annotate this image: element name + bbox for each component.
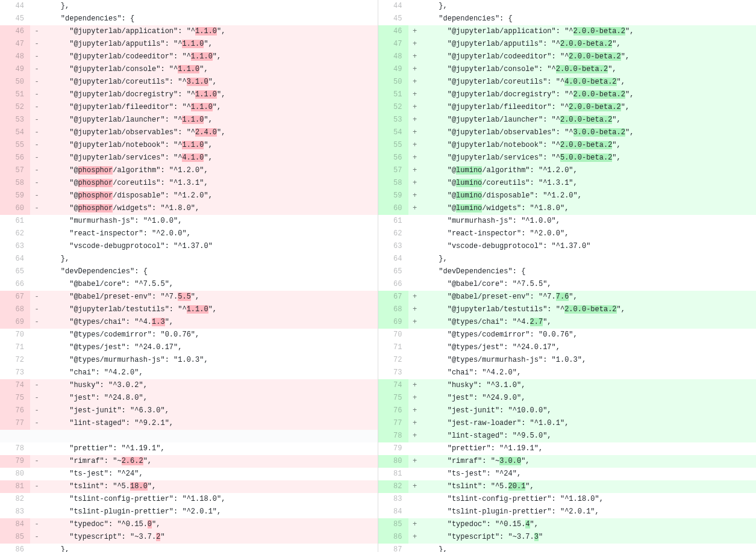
code-content[interactable]: "jest-junit": "^6.3.0", <box>43 405 378 417</box>
diff-line[interactable]: 52- "@jupyterlab/fileeditor": "^1.1.0", <box>0 101 378 114</box>
line-number[interactable]: 78 <box>378 430 408 442</box>
code-content[interactable]: "react-inspector": "^2.0.0", <box>422 228 757 240</box>
code-content[interactable]: "typedoc": "^0.15.0", <box>43 518 378 531</box>
line-number[interactable]: 59 <box>378 190 408 202</box>
line-number[interactable]: 69 <box>378 316 408 329</box>
line-number[interactable]: 82 <box>378 480 408 493</box>
code-content[interactable]: "@jupyterlab/testutils": "^2.0.0-beta.2"… <box>422 303 757 316</box>
line-number[interactable]: 65 <box>378 265 408 278</box>
code-content[interactable]: "dependencies": { <box>43 13 378 25</box>
line-number[interactable]: 54 <box>378 126 408 139</box>
diff-line[interactable]: 45 "dependencies": { <box>378 13 757 25</box>
code-content[interactable]: "@jupyterlab/codeeditor": "^1.1.0", <box>43 51 378 63</box>
code-content[interactable]: "@types/murmurhash-js": "1.0.3", <box>43 354 378 367</box>
code-content[interactable]: "@jupyterlab/fileeditor": "^2.0.0-beta.2… <box>422 101 757 114</box>
code-content[interactable]: "@types/codemirror": "0.0.76", <box>422 329 757 341</box>
diff-line[interactable]: 63 "vscode-debugprotocol": "^1.37.0" <box>378 240 757 253</box>
line-number[interactable]: 58 <box>0 177 30 190</box>
line-number[interactable]: 44 <box>378 0 408 13</box>
code-content[interactable]: "chai": "^4.2.0", <box>43 367 378 379</box>
code-content[interactable]: "@jupyterlab/application": "^1.1.0", <box>43 25 378 38</box>
line-number[interactable]: 63 <box>378 240 408 253</box>
code-content[interactable]: "@jupyterlab/notebook": "^1.1.0", <box>43 139 378 152</box>
line-number[interactable]: 65 <box>0 265 30 278</box>
diff-line[interactable]: 45 "dependencies": { <box>0 13 378 25</box>
diff-line[interactable]: 83 "tslint-config-prettier": "^1.18.0", <box>378 493 757 506</box>
diff-line[interactable]: 57- "@phosphor/algorithm": "^1.2.0", <box>0 164 378 177</box>
diff-line[interactable]: 70 "@types/codemirror": "0.0.76", <box>0 329 378 341</box>
code-content[interactable]: "@types/chai": "^4.1.3", <box>43 316 378 329</box>
diff-line[interactable]: 67- "@babel/preset-env": "^7.5.5", <box>0 291 378 303</box>
line-number[interactable]: 77 <box>378 417 408 430</box>
diff-line[interactable]: 62 "react-inspector": "^2.0.0", <box>378 228 757 240</box>
diff-line[interactable]: 73 "chai": "^4.2.0", <box>378 367 757 379</box>
diff-line[interactable]: 65 "devDependencies": { <box>0 265 378 278</box>
diff-line[interactable]: 60+ "@lumino/widgets": "^1.8.0", <box>378 202 757 215</box>
diff-line[interactable]: 54+ "@jupyterlab/observables": "^3.0.0-b… <box>378 126 757 139</box>
line-number[interactable]: 85 <box>0 531 30 544</box>
line-number[interactable]: 87 <box>378 544 408 552</box>
diff-line[interactable]: 59+ "@lumino/disposable": "^1.2.0", <box>378 190 757 202</box>
diff-line[interactable]: 78 "prettier": "^1.19.1", <box>0 442 378 455</box>
diff-line[interactable]: 80 "ts-jest": "^24", <box>0 468 378 480</box>
diff-line[interactable]: 74+ "husky": "^3.1.0", <box>378 379 757 392</box>
code-content[interactable]: "rimraf": "~3.0.0", <box>422 455 757 468</box>
code-content[interactable]: "@jupyterlab/docregistry": "^2.0.0-beta.… <box>422 88 757 101</box>
line-number[interactable]: 84 <box>378 506 408 518</box>
line-number[interactable]: 72 <box>378 354 408 367</box>
line-number[interactable]: 54 <box>0 126 30 139</box>
diff-line[interactable]: 77- "lint-staged": "^9.2.1", <box>0 417 378 430</box>
code-content[interactable]: "@jupyterlab/testutils": "^1.1.0", <box>43 303 378 316</box>
code-content[interactable]: "@jupyterlab/launcher": "^2.0.0-beta.2", <box>422 114 757 126</box>
line-number[interactable]: 57 <box>0 164 30 177</box>
line-number[interactable]: 62 <box>0 228 30 240</box>
code-content[interactable]: "@jupyterlab/coreutils": "^3.1.0", <box>43 76 378 88</box>
diff-line[interactable]: 69+ "@types/chai": "^4.2.7", <box>378 316 757 329</box>
diff-line[interactable]: 74- "husky": "^3.0.2", <box>0 379 378 392</box>
diff-line[interactable]: 58- "@phosphor/coreutils": "^1.3.1", <box>0 177 378 190</box>
line-number[interactable]: 86 <box>378 531 408 544</box>
line-number[interactable]: 52 <box>0 101 30 114</box>
code-content[interactable]: "lint-staged": "^9.2.1", <box>43 417 378 430</box>
diff-line[interactable]: 84 "tslint-plugin-prettier": "^2.0.1", <box>378 506 757 518</box>
diff-line[interactable]: 82+ "tslint": "^5.20.1", <box>378 480 757 493</box>
diff-line[interactable]: 57+ "@lumino/algorithm": "^1.2.0", <box>378 164 757 177</box>
line-number[interactable]: 73 <box>378 367 408 379</box>
line-number[interactable]: 46 <box>0 25 30 38</box>
diff-line[interactable]: 78+ "lint-staged": "^9.5.0", <box>378 430 757 442</box>
line-number[interactable]: 60 <box>378 202 408 215</box>
line-number[interactable]: 85 <box>378 518 408 531</box>
code-content[interactable]: "husky": "^3.0.2", <box>43 379 378 392</box>
line-number[interactable]: 58 <box>378 177 408 190</box>
diff-line[interactable]: 64 }, <box>0 253 378 265</box>
code-content[interactable]: "@jupyterlab/notebook": "^2.0.0-beta.2", <box>422 139 757 152</box>
diff-line[interactable]: 79- "rimraf": "~2.6.2", <box>0 455 378 468</box>
line-number[interactable] <box>0 430 30 442</box>
line-number[interactable]: 47 <box>0 38 30 51</box>
diff-line[interactable]: 55+ "@jupyterlab/notebook": "^2.0.0-beta… <box>378 139 757 152</box>
line-number[interactable]: 50 <box>0 76 30 88</box>
diff-line[interactable]: 79 "prettier": "^1.19.1", <box>378 442 757 455</box>
line-number[interactable]: 53 <box>378 114 408 126</box>
code-content[interactable]: }, <box>43 253 378 265</box>
line-number[interactable]: 77 <box>0 417 30 430</box>
line-number[interactable]: 47 <box>378 38 408 51</box>
diff-line[interactable]: 51- "@jupyterlab/docregistry": "^1.1.0", <box>0 88 378 101</box>
diff-line[interactable]: 54- "@jupyterlab/observables": "^2.4.0", <box>0 126 378 139</box>
line-number[interactable]: 60 <box>0 202 30 215</box>
line-number[interactable]: 74 <box>378 379 408 392</box>
code-content[interactable]: "@babel/core": "^7.5.5", <box>43 278 378 291</box>
diff-line[interactable]: 44 }, <box>0 0 378 13</box>
diff-line[interactable]: 82 "tslint-config-prettier": "^1.18.0", <box>0 493 378 506</box>
diff-line[interactable]: 61 "murmurhash-js": "^1.0.0", <box>378 215 757 228</box>
code-content[interactable]: "@jupyterlab/fileeditor": "^1.1.0", <box>43 101 378 114</box>
diff-line[interactable]: 44 }, <box>378 0 757 13</box>
code-content[interactable]: "@lumino/coreutils": "^1.3.1", <box>422 177 757 190</box>
diff-line[interactable]: 76+ "jest-junit": "^10.0.0", <box>378 405 757 417</box>
line-number[interactable]: 67 <box>378 291 408 303</box>
line-number[interactable]: 44 <box>0 0 30 13</box>
line-number[interactable]: 57 <box>378 164 408 177</box>
code-content[interactable]: "ts-jest": "^24", <box>422 468 757 480</box>
code-content[interactable]: "tslint-plugin-prettier": "^2.0.1", <box>422 506 757 518</box>
code-content[interactable]: "husky": "^3.1.0", <box>422 379 757 392</box>
